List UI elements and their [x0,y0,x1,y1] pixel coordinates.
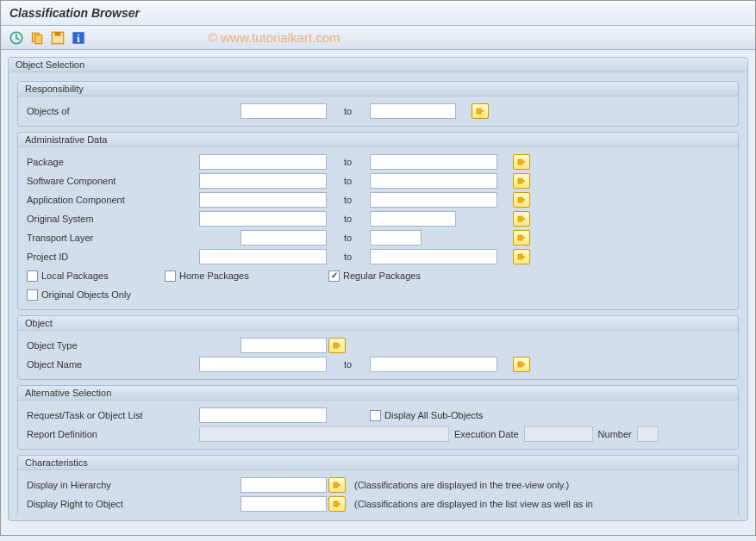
input-application-component-from[interactable] [199,192,327,208]
watermark-text: © www.tutorialkart.com [208,30,341,45]
input-object-name-from[interactable] [199,357,327,372]
label-home-packages: Home Packages [179,270,249,281]
multiselect-button-package[interactable] [513,154,530,170]
label-display-hierarchy: Display in Hierarchy [27,480,199,490]
page-title: Classification Browser [1,1,755,26]
label-original-system: Original System [27,214,199,224]
group-title-admin-data: Administrative Data [18,133,738,147]
group-object: Object Object Type Object Name to [17,315,739,380]
input-number [637,426,659,442]
label-objects-of: Objects of [27,106,199,116]
input-project-id-from[interactable] [199,249,327,264]
label-display-right: Display Right to Object [27,499,199,509]
label-display-all-sub: Display All Sub-Objects [384,410,483,420]
checkbox-home-packages[interactable] [165,270,176,282]
input-objects-of-to[interactable] [370,103,456,119]
input-package-to[interactable] [370,154,497,170]
label-execution-date: Execution Date [449,429,524,439]
content-area: Object Selection Responsibility Objects … [1,50,755,535]
label-report-definition: Report Definition [27,429,199,439]
info-icon[interactable]: i [70,29,87,47]
multiselect-button-project-id[interactable] [513,249,530,264]
multiselect-button-display-right[interactable] [328,496,346,512]
label-project-id: Project ID [27,252,199,262]
label-object-type: Object Type [27,340,199,351]
input-display-hierarchy[interactable] [241,477,327,493]
input-software-component-from[interactable] [199,173,327,189]
label-local-packages: Local Packages [41,270,109,281]
group-title-object-selection: Object Selection [9,58,747,72]
multiselect-button-object-type[interactable] [328,338,346,353]
label-to-pid: to [327,252,370,262]
group-admin-data: Administrative Data Package to Software … [17,132,739,310]
input-objects-of-from[interactable] [241,103,327,119]
multiselect-button-display-hierarchy[interactable] [328,477,346,493]
input-report-definition [199,426,449,442]
label-request-task: Request/Task or Object List [27,410,199,420]
svg-text:i: i [77,32,80,44]
input-object-type[interactable] [241,338,327,353]
execute-icon[interactable] [8,29,25,47]
multiselect-button-application-component[interactable] [513,192,530,208]
input-execution-date [524,426,593,442]
group-object-selection: Object Selection Responsibility Objects … [8,57,748,521]
label-to-package: to [327,157,370,167]
input-original-system-to[interactable] [370,211,456,227]
label-application-component: Application Component [27,195,199,205]
label-transport-layer: Transport Layer [27,233,199,243]
checkbox-display-all-sub[interactable] [370,410,381,421]
svg-rect-2 [35,34,42,43]
note-right: (Classifications are displayed in the li… [346,499,593,509]
group-alternative-selection: Alternative Selection Request/Task or Ob… [17,385,739,450]
checkbox-regular-packages[interactable] [328,270,340,282]
input-request-task[interactable] [199,407,327,423]
input-display-right[interactable] [241,496,327,512]
group-characteristics: Characteristics Display in Hierarchy (Cl… [17,455,739,515]
svg-rect-4 [55,32,61,36]
input-original-system-from[interactable] [199,211,327,227]
save-icon[interactable] [49,29,66,47]
input-software-component-to[interactable] [370,173,497,189]
input-object-name-to[interactable] [370,357,497,372]
group-title-object: Object [18,316,738,331]
group-title-alternative-selection: Alternative Selection [18,386,738,401]
input-application-component-to[interactable] [370,192,497,208]
group-title-characteristics: Characteristics [18,456,738,470]
multiselect-button-software-component[interactable] [513,173,530,189]
group-title-responsibility: Responsibility [18,82,738,96]
label-to-objname: to [327,359,370,370]
multiselect-button-object-name[interactable] [513,357,530,372]
label-to-sc: to [327,176,370,186]
group-responsibility: Responsibility Objects of to [17,81,739,127]
input-transport-layer-from[interactable] [241,230,327,246]
checkbox-original-objects-only[interactable] [27,289,38,301]
label-object-name: Object Name [27,359,199,370]
input-transport-layer-to[interactable] [370,230,422,246]
label-to-tl: to [327,233,370,243]
input-project-id-to[interactable] [370,249,497,264]
label-regular-packages: Regular Packages [343,270,421,281]
note-hierarchy: (Classifications are displayed in the tr… [346,480,569,490]
multiselect-button-objects-of[interactable] [472,103,489,119]
multiselect-button-original-system[interactable] [513,211,530,227]
label-package: Package [27,157,199,167]
label-to-ac: to [327,195,370,205]
multiselect-button-transport-layer[interactable] [513,230,530,246]
label-to: to [327,106,370,116]
variant-icon[interactable] [28,29,46,47]
label-number: Number [593,429,637,439]
toolbar: i © www.tutorialkart.com [1,26,755,50]
label-original-objects-only: Original Objects Only [41,289,131,300]
checkbox-local-packages[interactable] [27,270,38,282]
label-software-component: Software Component [27,176,199,186]
label-to-os: to [327,214,370,224]
input-package-from[interactable] [199,154,327,170]
